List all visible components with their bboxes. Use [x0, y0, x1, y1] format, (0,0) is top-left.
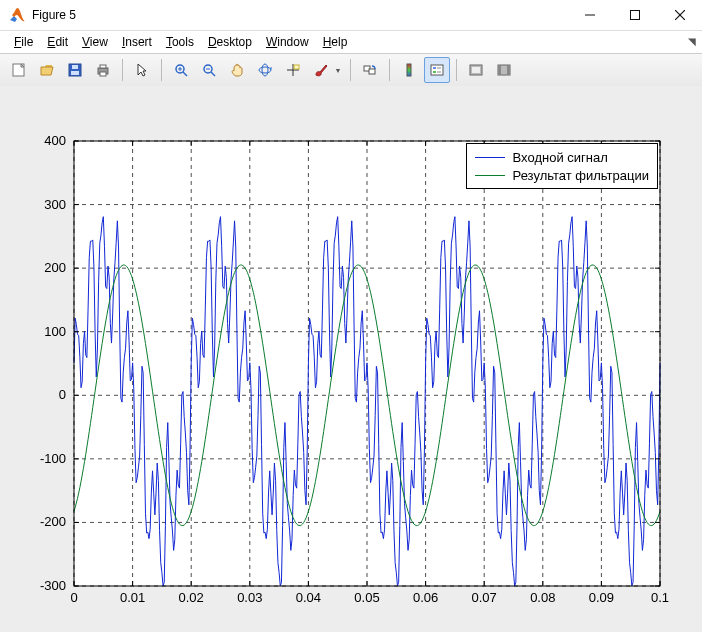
save-button[interactable]: [62, 57, 88, 83]
svg-point-18: [259, 67, 271, 73]
menu-file[interactable]: File: [14, 35, 33, 49]
menubar: File Edit View Insert Tools Desktop Wind…: [0, 31, 702, 53]
titlebar: Figure 5: [0, 0, 702, 31]
legend-entry[interactable]: Входной сигнал: [475, 148, 649, 166]
chevron-down-icon[interactable]: ▼: [333, 58, 343, 82]
menu-tools[interactable]: Tools: [166, 35, 194, 49]
svg-rect-6: [72, 65, 78, 69]
toolbar-separator: [350, 59, 351, 81]
menu-overflow-icon[interactable]: ◥: [688, 36, 696, 47]
svg-rect-9: [100, 65, 106, 68]
toolbar-separator: [161, 59, 162, 81]
figure-body: 00.010.020.030.040.050.060.070.080.090.1…: [0, 86, 702, 632]
svg-point-19: [262, 64, 268, 76]
menu-window[interactable]: Window: [266, 35, 309, 49]
svg-rect-32: [472, 67, 480, 73]
svg-text:0.02: 0.02: [179, 590, 204, 605]
svg-rect-22: [294, 65, 299, 69]
window-title: Figure 5: [32, 8, 76, 22]
svg-text:0.06: 0.06: [413, 590, 438, 605]
svg-text:-100: -100: [40, 451, 66, 466]
maximize-button[interactable]: [612, 0, 657, 30]
svg-text:0.08: 0.08: [530, 590, 555, 605]
rotate-button[interactable]: [252, 57, 278, 83]
svg-text:100: 100: [44, 324, 66, 339]
legend-label: Входной сигнал: [513, 150, 608, 165]
matlab-icon: [8, 6, 26, 24]
svg-rect-25: [407, 64, 411, 76]
svg-text:-300: -300: [40, 578, 66, 593]
toolbar-separator: [122, 59, 123, 81]
svg-rect-1: [630, 11, 639, 20]
zoom-out-button[interactable]: [196, 57, 222, 83]
svg-rect-7: [71, 71, 79, 75]
brush-button[interactable]: ▼: [308, 57, 344, 83]
svg-rect-34: [498, 65, 501, 75]
svg-text:0.07: 0.07: [472, 590, 497, 605]
show-plot-tools-button[interactable]: [491, 57, 517, 83]
svg-rect-35: [507, 65, 510, 75]
menu-view[interactable]: View: [82, 35, 108, 49]
legend[interactable]: Входной сигнал Результат фильтрации: [466, 143, 658, 189]
menu-edit[interactable]: Edit: [47, 35, 68, 49]
toolbar: ▼: [0, 53, 702, 87]
brush-icon: [309, 58, 333, 82]
svg-rect-10: [100, 72, 106, 76]
menu-insert[interactable]: Insert: [122, 35, 152, 49]
svg-rect-26: [431, 65, 443, 75]
zoom-in-button[interactable]: [168, 57, 194, 83]
svg-text:200: 200: [44, 260, 66, 275]
new-figure-button[interactable]: [6, 57, 32, 83]
toolbar-separator: [456, 59, 457, 81]
pointer-button[interactable]: [129, 57, 155, 83]
legend-swatch: [475, 175, 505, 176]
legend-label: Результат фильтрации: [513, 168, 649, 183]
svg-text:0.1: 0.1: [651, 590, 669, 605]
svg-rect-56: [74, 141, 660, 586]
svg-text:0.09: 0.09: [589, 590, 614, 605]
svg-text:300: 300: [44, 197, 66, 212]
toolbar-separator: [389, 59, 390, 81]
svg-line-12: [183, 72, 187, 76]
minimize-button[interactable]: [567, 0, 612, 30]
svg-rect-24: [369, 69, 375, 74]
svg-text:-200: -200: [40, 514, 66, 529]
menu-desktop[interactable]: Desktop: [208, 35, 252, 49]
svg-text:0.01: 0.01: [120, 590, 145, 605]
svg-text:0.04: 0.04: [296, 590, 321, 605]
link-plots-button[interactable]: [357, 57, 383, 83]
legend-entry[interactable]: Результат фильтрации: [475, 166, 649, 184]
legend-swatch: [475, 157, 505, 158]
axes[interactable]: 00.010.020.030.040.050.060.070.080.090.1…: [0, 86, 702, 632]
data-cursor-button[interactable]: [280, 57, 306, 83]
svg-text:0.05: 0.05: [354, 590, 379, 605]
hide-plot-tools-button[interactable]: [463, 57, 489, 83]
svg-text:400: 400: [44, 133, 66, 148]
insert-legend-button[interactable]: [424, 57, 450, 83]
open-button[interactable]: [34, 57, 60, 83]
svg-text:0: 0: [59, 387, 66, 402]
svg-text:0.03: 0.03: [237, 590, 262, 605]
print-button[interactable]: [90, 57, 116, 83]
insert-colorbar-button[interactable]: [396, 57, 422, 83]
svg-text:0: 0: [70, 590, 77, 605]
svg-line-16: [211, 72, 215, 76]
pan-button[interactable]: [224, 57, 250, 83]
menu-help[interactable]: Help: [323, 35, 348, 49]
close-button[interactable]: [657, 0, 702, 30]
